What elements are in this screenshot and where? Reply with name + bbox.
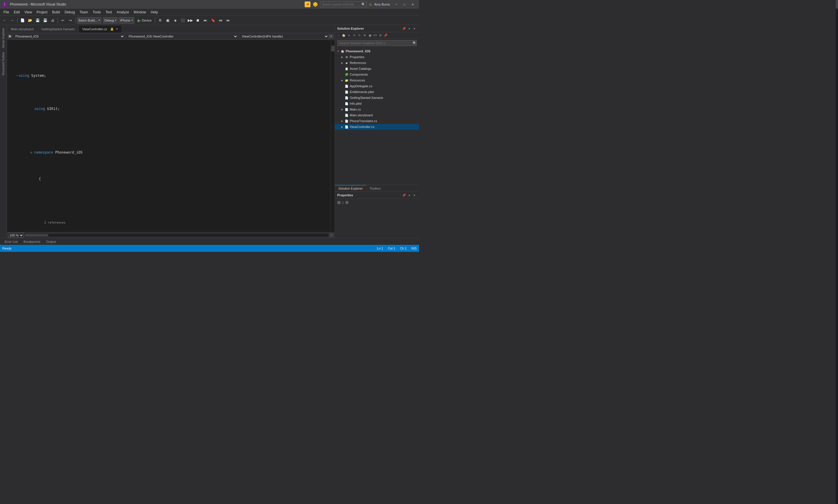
horizontal-scrollbar[interactable] [25, 234, 328, 236]
tb-icon8[interactable]: 🔖 [210, 17, 216, 24]
se-tb-filter[interactable]: ▣ [368, 33, 372, 37]
menu-analyze[interactable]: Analyze [114, 9, 131, 16]
tb-icon10[interactable]: ⏭ [225, 17, 232, 24]
nav-dropdown-method[interactable]: ViewController(IntPtr handle) [239, 33, 329, 39]
smiley-icon: 😊 [313, 2, 318, 7]
tree-components[interactable]: 🧩 Components [335, 72, 419, 77]
tree-mainstoryboard[interactable]: 📄 Main.storyboard [335, 112, 419, 118]
tree-asset-catalogs[interactable]: 📋 Asset Catalogs [335, 66, 419, 72]
tree-infoplist[interactable]: 📄 Info.plist [335, 101, 419, 106]
se-tb-props[interactable]: ⚙ [362, 33, 367, 37]
se-tab-solution-explorer[interactable]: Solution Explorer [335, 185, 366, 191]
back-button[interactable]: ← [1, 17, 8, 24]
se-dropdown-button[interactable]: ▾ [407, 26, 411, 31]
menu-tools[interactable]: Tools [90, 9, 103, 16]
cs-icon-pt: 📄 [344, 119, 349, 123]
redo-button[interactable]: ↪ [67, 17, 74, 24]
vertical-scrollbar[interactable] [331, 40, 335, 232]
menu-test[interactable]: Test [103, 9, 114, 16]
menu-window[interactable]: Window [131, 9, 148, 16]
tree-phoneword-ios[interactable]: ▼ 🏠 Phoneword_iOS [335, 48, 419, 54]
tb-icon7[interactable]: ⏭ [202, 17, 209, 24]
menu-debug[interactable]: Debug [62, 9, 77, 16]
tab-main-storyboard[interactable]: Main.storyboard [7, 25, 38, 33]
undo-button[interactable]: ↩ [59, 17, 66, 24]
quick-launch-input[interactable] [320, 1, 367, 7]
new-file-button[interactable]: 📄 [19, 17, 26, 24]
tb-icon2[interactable]: ▣ [164, 17, 171, 24]
zoom-dropdown[interactable]: 100 % [8, 233, 24, 238]
prop-btn-sort[interactable]: ↕ [342, 200, 344, 205]
prop-btn-grid[interactable]: ⊞ [337, 200, 341, 205]
se-search-input[interactable] [337, 40, 417, 46]
scrollbar-thumb[interactable] [331, 46, 335, 52]
open-file-button[interactable]: 📂 [26, 17, 34, 24]
collapse-icon-1[interactable]: ─ [15, 73, 19, 78]
pin-icon[interactable]: 📌 [305, 1, 310, 7]
forward-button[interactable]: → [9, 17, 16, 24]
save-button[interactable]: 💾 [34, 17, 41, 24]
se-tb-settings[interactable]: ⚙ [378, 33, 382, 37]
menu-file[interactable]: File [1, 9, 11, 16]
se-tb-refresh[interactable]: ↺ [352, 33, 356, 37]
close-button[interactable]: ✕ [409, 0, 417, 9]
collapse-minus-ns[interactable]: ⊟ [30, 151, 32, 154]
menu-help[interactable]: Help [148, 9, 160, 16]
batch-build-dropdown[interactable]: Batch Build... ▾ [77, 17, 101, 23]
se-close-button[interactable]: ✕ [412, 26, 417, 31]
tree-resources[interactable]: ▶ 📁 Resources [335, 77, 419, 83]
minimize-button[interactable]: ─ [392, 0, 400, 9]
prop-pin-button[interactable]: 📌 [402, 193, 406, 197]
tb-icon3[interactable]: ◈ [172, 17, 179, 24]
tb-icon6[interactable]: ⏹ [194, 17, 201, 24]
se-tb-back[interactable]: ← [336, 33, 341, 37]
prop-dropdown-button[interactable]: ▾ [407, 193, 411, 197]
menu-view[interactable]: View [22, 9, 34, 16]
menu-edit[interactable]: Edit [11, 9, 22, 16]
tree-appdelegate[interactable]: 📄 AppDelegate.cs [335, 83, 419, 89]
tree-maincs[interactable]: ▶ 📄 Main.cs [335, 106, 419, 112]
tree-phonetranslator[interactable]: ▶ 📄 PhoneTranslator.cs [335, 118, 419, 124]
tb-icon5[interactable]: ▶▶ [187, 17, 194, 24]
prop-close-button[interactable]: ✕ [412, 193, 417, 197]
user-name[interactable]: Amy Burns [374, 3, 390, 6]
menu-build[interactable]: Build [50, 9, 62, 16]
tb-icon1[interactable]: ⚙ [157, 17, 163, 24]
se-tab-toolbox[interactable]: Toolbox [366, 185, 385, 191]
nav-dropdown-class[interactable]: Phoneword_iOS.ViewController [126, 33, 238, 39]
nav-dropdown-namespace[interactable]: Phoneword_iOS [13, 33, 125, 39]
menu-project[interactable]: Project [34, 9, 50, 16]
debug-config-dropdown[interactable]: Debug ▾ [103, 17, 118, 23]
bottom-tab-output[interactable]: Output [44, 239, 58, 244]
tree-viewcontroller[interactable]: ▶ 📄 ViewController.cs [335, 124, 419, 130]
se-tb-home[interactable]: 🏠 [341, 33, 346, 37]
se-tb-refresh2[interactable]: ↻ [357, 33, 362, 37]
tree-properties[interactable]: ▶ ⚙ Properties [335, 54, 419, 60]
sidebar-tab-document-outline[interactable]: Document Outline [1, 50, 5, 77]
tab-getting-started[interactable]: GettingStarted.Xamarin [38, 25, 78, 33]
tree-entitlements[interactable]: 📄 Entitlements.plist [335, 89, 419, 95]
menu-team[interactable]: Team [77, 9, 90, 16]
tree-references[interactable]: ▶ ■ References [335, 60, 419, 66]
se-tb-code[interactable]: </> [373, 33, 377, 37]
tb-icon4[interactable]: ⬛ [179, 17, 186, 24]
prop-btn-filter[interactable]: ⚙ [345, 200, 349, 205]
tb-icon9[interactable]: ⏮ [217, 17, 224, 24]
bottom-tab-breakpoints[interactable]: Breakpoints [21, 239, 43, 244]
platform-dropdown[interactable]: iPhone ▾ [119, 17, 134, 23]
tree-gettingstarted[interactable]: 📄 GettingStarted.Xamarin [335, 95, 419, 101]
tab-close-viewcontroller[interactable]: ✕ [116, 27, 118, 31]
bottom-tab-error-list[interactable]: Error List [2, 239, 20, 244]
se-tb-dropdown1[interactable]: ▾ [346, 33, 351, 37]
h-scrollbar-thumb[interactable] [25, 234, 48, 236]
restore-button[interactable]: □ [400, 0, 409, 9]
print-button[interactable]: 🖨 [49, 17, 56, 24]
save-all-button[interactable]: 💾 [41, 17, 49, 24]
se-pin-button[interactable]: 📌 [402, 26, 406, 31]
play-button[interactable]: ▶ Device [136, 17, 154, 23]
code-editor[interactable]: ─ using System; using UIKit; ⊟ namespace… [7, 40, 331, 232]
tab-viewcontroller[interactable]: ViewController.cs 🔒 ✕ [78, 25, 122, 33]
sidebar-tab-server-explorer[interactable]: Server Explorer [1, 26, 5, 50]
se-tb-pin2[interactable]: 📌 [383, 33, 388, 37]
expand-editor-button[interactable]: + [329, 34, 334, 39]
